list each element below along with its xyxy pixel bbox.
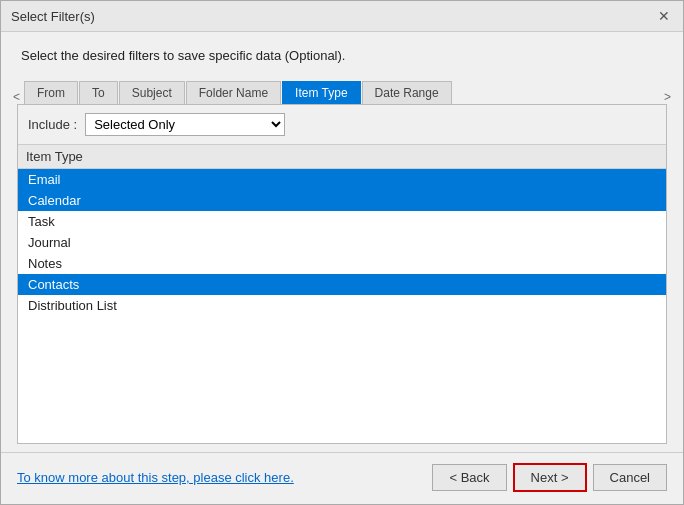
list-header-label: Item Type (26, 149, 83, 164)
next-button[interactable]: Next > (513, 463, 587, 492)
list-item[interactable]: Email (18, 169, 666, 190)
footer: To know more about this step, please cli… (1, 452, 683, 504)
instruction-text: Select the desired filters to save speci… (1, 32, 683, 73)
dialog-title: Select Filter(s) (11, 9, 95, 24)
list-header: Item Type (18, 145, 666, 169)
list-item[interactable]: Notes (18, 253, 666, 274)
include-row: Include : Selected Only All (18, 105, 666, 145)
close-button[interactable]: ✕ (655, 7, 673, 25)
list-item[interactable]: Journal (18, 232, 666, 253)
tab-left-arrow[interactable]: < (9, 90, 24, 104)
tab-folder-name[interactable]: Folder Name (186, 81, 281, 104)
list-item[interactable]: Contacts (18, 274, 666, 295)
title-bar: Select Filter(s) ✕ (1, 1, 683, 32)
tab-subject[interactable]: Subject (119, 81, 185, 104)
tabs-row: From To Subject Folder Name Item Type Da… (24, 81, 660, 104)
list-item[interactable]: Calendar (18, 190, 666, 211)
item-type-list: Item Type Email Calendar Task Journal No… (18, 145, 666, 443)
back-button[interactable]: < Back (432, 464, 506, 491)
tab-to[interactable]: To (79, 81, 118, 104)
tab-item-type[interactable]: Item Type (282, 81, 360, 104)
dialog-body: Select the desired filters to save speci… (1, 32, 683, 504)
tabs-wrapper: < From To Subject Folder Name Item Type … (1, 73, 683, 104)
tab-right-arrow[interactable]: > (660, 90, 675, 104)
list-item[interactable]: Distribution List (18, 295, 666, 316)
include-label: Include : (28, 117, 77, 132)
dialog-window: Select Filter(s) ✕ Select the desired fi… (0, 0, 684, 505)
list-item[interactable]: Task (18, 211, 666, 232)
cancel-button[interactable]: Cancel (593, 464, 667, 491)
include-select[interactable]: Selected Only All (85, 113, 285, 136)
footer-buttons: < Back Next > Cancel (432, 463, 667, 492)
help-link[interactable]: To know more about this step, please cli… (17, 470, 294, 485)
tab-from[interactable]: From (24, 81, 78, 104)
content-panel: Include : Selected Only All Item Type Em… (17, 104, 667, 444)
tab-date-range[interactable]: Date Range (362, 81, 452, 104)
